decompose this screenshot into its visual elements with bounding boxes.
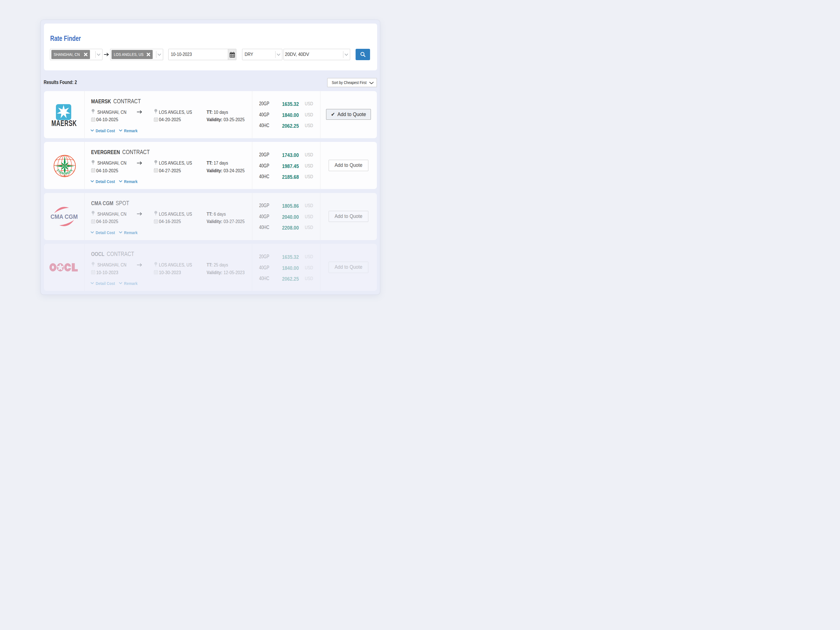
svg-text:CMA CGM: CMA CGM [51, 213, 78, 220]
